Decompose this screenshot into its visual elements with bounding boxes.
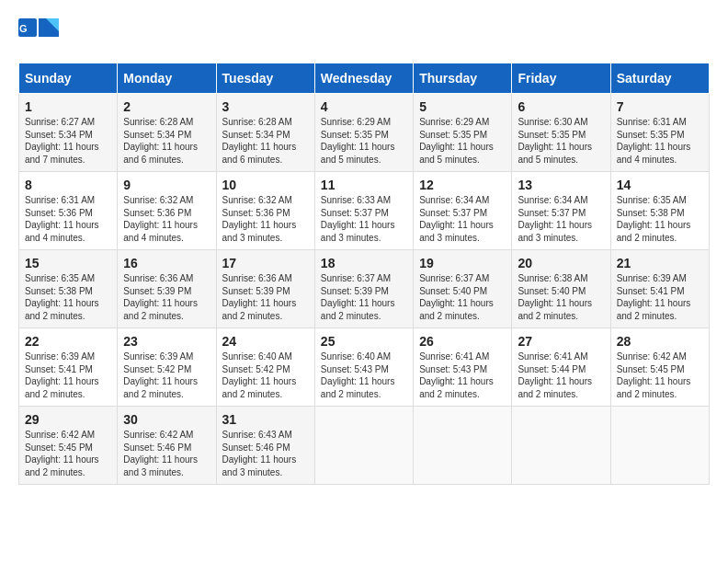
calendar-cell: 5 Sunrise: 6:29 AM Sunset: 5:35 PM Dayli…	[414, 94, 512, 172]
day-number: 25	[321, 334, 407, 349]
calendar-cell: 16 Sunrise: 6:36 AM Sunset: 5:39 PM Dayl…	[118, 250, 216, 328]
logo-icon: G	[18, 18, 59, 53]
cell-info: Sunrise: 6:31 AM Sunset: 5:35 PM Dayligh…	[617, 116, 703, 166]
cell-info: Sunrise: 6:37 AM Sunset: 5:39 PM Dayligh…	[321, 272, 407, 322]
day-header-wednesday: Wednesday	[314, 63, 413, 94]
calendar-cell: 3 Sunrise: 6:28 AM Sunset: 5:34 PM Dayli…	[216, 94, 314, 172]
cell-info: Sunrise: 6:34 AM Sunset: 5:37 PM Dayligh…	[518, 194, 604, 244]
calendar-cell	[512, 407, 610, 485]
cell-info: Sunrise: 6:32 AM Sunset: 5:36 PM Dayligh…	[123, 194, 210, 244]
day-header-thursday: Thursday	[414, 63, 512, 94]
day-number: 6	[518, 99, 604, 114]
day-number: 21	[617, 256, 703, 270]
calendar-cell: 10 Sunrise: 6:32 AM Sunset: 5:36 PM Dayl…	[216, 172, 314, 250]
calendar-cell: 8 Sunrise: 6:31 AM Sunset: 5:36 PM Dayli…	[19, 172, 118, 250]
calendar-cell: 30 Sunrise: 6:42 AM Sunset: 5:46 PM Dayl…	[118, 407, 216, 485]
day-number: 27	[518, 334, 604, 349]
calendar-cell: 11 Sunrise: 6:33 AM Sunset: 5:37 PM Dayl…	[314, 172, 413, 250]
calendar-cell: 15 Sunrise: 6:35 AM Sunset: 5:38 PM Dayl…	[19, 250, 118, 328]
calendar-cell: 25 Sunrise: 6:40 AM Sunset: 5:43 PM Dayl…	[314, 328, 413, 407]
day-number: 7	[617, 99, 703, 114]
day-number: 11	[321, 178, 407, 192]
cell-info: Sunrise: 6:35 AM Sunset: 5:38 PM Dayligh…	[25, 272, 111, 322]
cell-info: Sunrise: 6:28 AM Sunset: 5:34 PM Dayligh…	[123, 116, 210, 166]
day-number: 13	[518, 178, 604, 192]
calendar-cell	[314, 407, 413, 485]
calendar-cell: 4 Sunrise: 6:29 AM Sunset: 5:35 PM Dayli…	[314, 94, 413, 172]
day-number: 9	[123, 178, 210, 192]
calendar-cell: 12 Sunrise: 6:34 AM Sunset: 5:37 PM Dayl…	[414, 172, 512, 250]
day-number: 2	[123, 99, 210, 114]
svg-text:G: G	[19, 23, 28, 34]
week-row-1: 1 Sunrise: 6:27 AM Sunset: 5:34 PM Dayli…	[19, 94, 710, 172]
cell-info: Sunrise: 6:39 AM Sunset: 5:41 PM Dayligh…	[617, 272, 703, 322]
day-number: 22	[25, 334, 111, 349]
day-number: 29	[25, 412, 111, 427]
calendar-cell: 31 Sunrise: 6:43 AM Sunset: 5:46 PM Dayl…	[216, 407, 314, 485]
cell-info: Sunrise: 6:37 AM Sunset: 5:40 PM Dayligh…	[419, 272, 506, 322]
cell-info: Sunrise: 6:36 AM Sunset: 5:39 PM Dayligh…	[123, 272, 210, 322]
cell-info: Sunrise: 6:42 AM Sunset: 5:46 PM Dayligh…	[123, 429, 210, 478]
page-header: G	[18, 18, 710, 53]
day-number: 26	[419, 334, 506, 349]
day-number: 17	[222, 256, 309, 270]
cell-info: Sunrise: 6:41 AM Sunset: 5:43 PM Dayligh…	[419, 350, 506, 400]
day-number: 3	[222, 99, 309, 114]
cell-info: Sunrise: 6:30 AM Sunset: 5:35 PM Dayligh…	[518, 116, 604, 166]
day-number: 14	[617, 178, 703, 192]
week-row-5: 29 Sunrise: 6:42 AM Sunset: 5:45 PM Dayl…	[19, 407, 710, 485]
calendar-cell: 21 Sunrise: 6:39 AM Sunset: 5:41 PM Dayl…	[610, 250, 709, 328]
day-number: 19	[419, 256, 506, 270]
calendar-cell: 6 Sunrise: 6:30 AM Sunset: 5:35 PM Dayli…	[512, 94, 610, 172]
cell-info: Sunrise: 6:42 AM Sunset: 5:45 PM Dayligh…	[617, 350, 703, 400]
day-number: 8	[25, 178, 111, 192]
cell-info: Sunrise: 6:29 AM Sunset: 5:35 PM Dayligh…	[321, 116, 407, 166]
cell-info: Sunrise: 6:31 AM Sunset: 5:36 PM Dayligh…	[25, 194, 111, 244]
calendar-cell: 7 Sunrise: 6:31 AM Sunset: 5:35 PM Dayli…	[610, 94, 709, 172]
day-number: 1	[25, 99, 111, 114]
calendar-cell: 9 Sunrise: 6:32 AM Sunset: 5:36 PM Dayli…	[118, 172, 216, 250]
day-header-saturday: Saturday	[610, 63, 709, 94]
calendar-table: SundayMondayTuesdayWednesdayThursdayFrid…	[18, 63, 710, 485]
calendar-cell: 18 Sunrise: 6:37 AM Sunset: 5:39 PM Dayl…	[314, 250, 413, 328]
calendar-cell: 1 Sunrise: 6:27 AM Sunset: 5:34 PM Dayli…	[19, 94, 118, 172]
cell-info: Sunrise: 6:42 AM Sunset: 5:45 PM Dayligh…	[25, 429, 111, 478]
day-number: 30	[123, 412, 210, 427]
calendar-cell: 26 Sunrise: 6:41 AM Sunset: 5:43 PM Dayl…	[414, 328, 512, 407]
calendar-cell: 24 Sunrise: 6:40 AM Sunset: 5:42 PM Dayl…	[216, 328, 314, 407]
cell-info: Sunrise: 6:35 AM Sunset: 5:38 PM Dayligh…	[617, 194, 703, 244]
calendar-cell: 13 Sunrise: 6:34 AM Sunset: 5:37 PM Dayl…	[512, 172, 610, 250]
day-header-friday: Friday	[512, 63, 610, 94]
day-number: 16	[123, 256, 210, 270]
calendar-cell	[414, 407, 512, 485]
cell-info: Sunrise: 6:39 AM Sunset: 5:42 PM Dayligh…	[123, 350, 210, 400]
cell-info: Sunrise: 6:28 AM Sunset: 5:34 PM Dayligh…	[222, 116, 309, 166]
calendar-cell: 23 Sunrise: 6:39 AM Sunset: 5:42 PM Dayl…	[118, 328, 216, 407]
week-row-4: 22 Sunrise: 6:39 AM Sunset: 5:41 PM Dayl…	[19, 328, 710, 407]
week-row-2: 8 Sunrise: 6:31 AM Sunset: 5:36 PM Dayli…	[19, 172, 710, 250]
calendar-cell: 14 Sunrise: 6:35 AM Sunset: 5:38 PM Dayl…	[610, 172, 709, 250]
cell-info: Sunrise: 6:32 AM Sunset: 5:36 PM Dayligh…	[222, 194, 309, 244]
cell-info: Sunrise: 6:43 AM Sunset: 5:46 PM Dayligh…	[222, 429, 309, 478]
logo: G	[18, 18, 63, 53]
calendar-cell: 17 Sunrise: 6:36 AM Sunset: 5:39 PM Dayl…	[216, 250, 314, 328]
calendar-cell: 28 Sunrise: 6:42 AM Sunset: 5:45 PM Dayl…	[610, 328, 709, 407]
day-number: 5	[419, 99, 506, 114]
day-number: 10	[222, 178, 309, 192]
day-number: 24	[222, 334, 309, 349]
cell-info: Sunrise: 6:34 AM Sunset: 5:37 PM Dayligh…	[419, 194, 506, 244]
cell-info: Sunrise: 6:39 AM Sunset: 5:41 PM Dayligh…	[25, 350, 111, 400]
day-number: 15	[25, 256, 111, 270]
cell-info: Sunrise: 6:40 AM Sunset: 5:43 PM Dayligh…	[321, 350, 407, 400]
cell-info: Sunrise: 6:29 AM Sunset: 5:35 PM Dayligh…	[419, 116, 506, 166]
day-number: 12	[419, 178, 506, 192]
day-number: 18	[321, 256, 407, 270]
week-row-3: 15 Sunrise: 6:35 AM Sunset: 5:38 PM Dayl…	[19, 250, 710, 328]
calendar-cell: 22 Sunrise: 6:39 AM Sunset: 5:41 PM Dayl…	[19, 328, 118, 407]
cell-info: Sunrise: 6:40 AM Sunset: 5:42 PM Dayligh…	[222, 350, 309, 400]
day-number: 28	[617, 334, 703, 349]
calendar-cell	[610, 407, 709, 485]
calendar-cell: 20 Sunrise: 6:38 AM Sunset: 5:40 PM Dayl…	[512, 250, 610, 328]
day-number: 31	[222, 412, 309, 427]
cell-info: Sunrise: 6:27 AM Sunset: 5:34 PM Dayligh…	[25, 116, 111, 166]
